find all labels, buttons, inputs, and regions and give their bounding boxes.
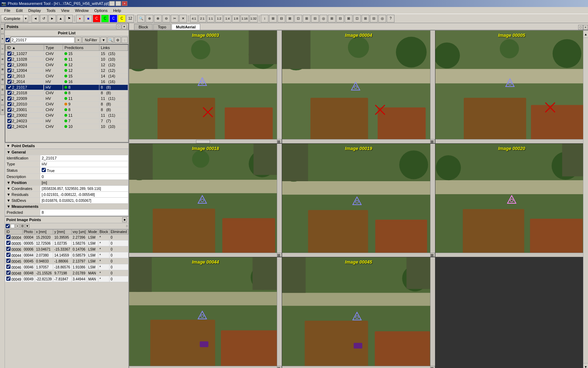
hscroll-thumb-00003[interactable] <box>196 140 210 143</box>
pip-col-y[interactable]: y [mm] <box>53 230 71 234</box>
side-btn-3[interactable]: ✧ <box>0 44 5 54</box>
col-id[interactable]: ID ▲ <box>6 45 44 51</box>
close-button[interactable]: × <box>122 1 127 6</box>
point-list-row[interactable]: 2_2014 HV 16 16 (16) <box>6 79 128 84</box>
filter-input[interactable] <box>10 37 75 43</box>
maximize-button[interactable]: □ <box>115 1 121 6</box>
tb-color2[interactable]: C <box>101 15 109 22</box>
vscroll-00003[interactable] <box>277 30 282 139</box>
side-btn-4[interactable]: ⊕ <box>0 54 5 64</box>
tb-search[interactable]: 🔍 <box>137 15 145 22</box>
vscroll-00019[interactable] <box>430 144 435 252</box>
image-cell-00020[interactable]: Image 00020 ⊞ <box>435 144 588 257</box>
point-list-row[interactable]: 2_21018 CHV 8 8 (8) <box>6 90 128 96</box>
hscroll-00005[interactable] <box>435 139 583 143</box>
pip-row-checkbox[interactable] <box>6 235 10 239</box>
tb-tool1[interactable]: ↕ <box>261 15 268 22</box>
row-checkbox[interactable] <box>7 102 12 106</box>
row-checkbox[interactable] <box>7 63 12 67</box>
row-checkbox[interactable] <box>7 124 12 129</box>
pip-square-btn[interactable] <box>10 224 15 228</box>
menu-tools[interactable]: Tools <box>44 8 58 13</box>
menu-view[interactable]: View <box>58 8 72 13</box>
image-cell-00005[interactable]: Image 00005 <box>435 30 588 143</box>
tb-tool2[interactable]: ⊞ <box>269 15 277 22</box>
tb-up[interactable]: ▲ <box>57 15 64 22</box>
tb-x[interactable]: ✕ <box>179 15 187 22</box>
pip-table-row[interactable]: 00048 00048 -21.15526 9.77198 2.01789 MA… <box>5 270 128 276</box>
tb-zoom-12[interactable]: 1:2 <box>215 15 223 22</box>
pip-check-all[interactable] <box>6 224 10 228</box>
row-checkbox[interactable] <box>7 80 12 84</box>
panel-close[interactable]: × <box>122 24 127 29</box>
vscroll-00004[interactable] <box>430 30 435 139</box>
right-scroll-area[interactable] <box>583 38 588 363</box>
point-list-row[interactable]: 2_24024 CHV 10 10 (10) <box>6 124 128 129</box>
pip-row-checkbox[interactable] <box>6 253 10 257</box>
tb-tool15[interactable]: ◎ <box>378 15 386 22</box>
filter-dropdown[interactable]: NoFilter <box>82 37 100 43</box>
menu-file[interactable]: File <box>1 8 13 13</box>
menu-display[interactable]: Display <box>26 8 44 13</box>
pip-col-id[interactable]: ID <box>5 230 23 234</box>
tb-zoom-116[interactable]: 1:16 <box>240 15 249 22</box>
side-btn-6[interactable]: ⊞ <box>0 75 5 84</box>
pip-table-row[interactable]: 00044 00044 2.07380 14.14559 0.58579 LSM… <box>5 252 128 258</box>
pip-col-block[interactable]: Block <box>98 230 110 234</box>
tb-square[interactable]: ■ <box>84 15 92 22</box>
row-checkbox[interactable] <box>7 108 12 112</box>
vscroll-00044[interactable] <box>277 257 282 366</box>
filter-scroll[interactable]: ↕ <box>121 37 128 43</box>
tb-tool11[interactable]: ⊠ <box>345 15 352 22</box>
pip-row-checkbox[interactable] <box>6 265 10 269</box>
pip-col-elim[interactable]: Eliminated <box>109 230 128 234</box>
tb-color4[interactable]: C <box>118 15 126 22</box>
point-list-row[interactable]: 2_22010 CHV 9 8 (8) <box>6 101 128 107</box>
point-list-row[interactable]: 2_11028 CHV 11 10 (10) <box>6 56 128 62</box>
hscroll-00019[interactable] <box>282 253 430 257</box>
tab-multiaerial[interactable]: MultiAerial <box>172 24 200 30</box>
pip-col-mode[interactable]: Mode <box>87 230 98 234</box>
tb-zoom-132[interactable]: 1:32 <box>250 15 258 22</box>
pip-row-checkbox[interactable] <box>6 241 10 245</box>
tb-zoom-18[interactable]: 1:8 <box>232 15 240 22</box>
point-list-row[interactable]: 2_11027 CHV 15 15 (15) <box>6 51 128 57</box>
tb-help[interactable]: ? <box>387 15 394 22</box>
image-cell-00019[interactable]: Image 00019 ⊞ <box>282 144 435 257</box>
row-checkbox[interactable] <box>7 52 12 56</box>
point-list-row[interactable]: 2_2013 CHV 15 14 (14) <box>6 73 128 79</box>
tb-zoomout[interactable]: ⊖ <box>162 15 170 22</box>
image-cell-00004[interactable]: Image 00004 <box>282 30 435 143</box>
point-list-row[interactable]: 2_12003 CHV 12 12 (12) <box>6 62 128 68</box>
point-list-row[interactable]: 2_22009 HV 11 11 (11) <box>6 96 128 101</box>
hscroll-00044[interactable] <box>129 366 277 368</box>
tb-tool13[interactable]: ⊞ <box>362 15 369 22</box>
tb-scissors[interactable]: ✂ <box>171 15 178 22</box>
panel-expand[interactable]: □ <box>116 24 121 29</box>
row-checkbox[interactable] <box>7 68 12 73</box>
pip-table-row[interactable]: 00045 00045 0.94833 -1.88066 2.13797 LSM… <box>5 258 128 264</box>
pip-resize[interactable]: ■ <box>122 217 127 222</box>
tb-zoom-11[interactable]: 4:1 <box>190 15 198 22</box>
tb-tool10[interactable]: ⊟ <box>336 15 344 22</box>
tb-tool14[interactable]: ⊟ <box>370 15 378 22</box>
tb-tool5[interactable]: ⊡ <box>294 15 302 22</box>
tab-topo[interactable]: Topo <box>153 24 171 30</box>
side-btn-1[interactable]: ▶ <box>0 24 5 34</box>
pip-dropdown[interactable]: ▼ <box>25 224 29 228</box>
row-checkbox[interactable] <box>7 91 12 95</box>
side-btn-7[interactable]: ☰ <box>0 85 5 95</box>
menu-edit[interactable]: Edit <box>13 8 26 13</box>
row-checkbox[interactable] <box>7 74 12 78</box>
hscroll-00045[interactable] <box>282 366 430 368</box>
complete-button[interactable]: Complete <box>1 15 23 22</box>
right-side-btn-2[interactable]: ▼ <box>583 363 588 368</box>
tb-zoom-14[interactable]: 1:4 <box>224 15 231 22</box>
tb-tool12[interactable]: ⊡ <box>353 15 361 22</box>
tb-zoom-1[interactable]: 1:1 <box>207 15 215 22</box>
pip-table-row[interactable]: 00046 00046 1.97057 -18.86576 1.91086 LS… <box>5 264 128 270</box>
vscroll-00045[interactable] <box>430 257 435 366</box>
filter-options[interactable]: ⚙ <box>114 37 121 43</box>
point-list-row[interactable]: 2_23001 CHV 8 8 (8) <box>6 107 128 113</box>
tb-tool7[interactable]: ⊟ <box>311 15 319 22</box>
